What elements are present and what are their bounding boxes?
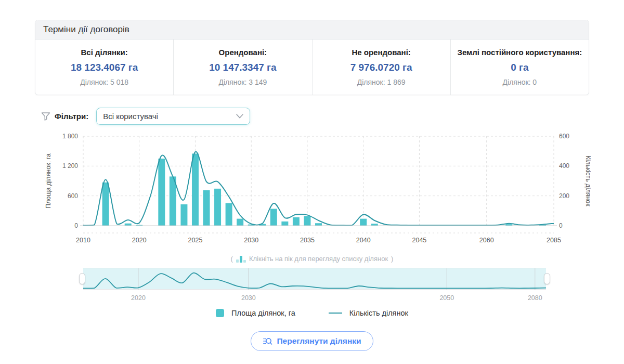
chart-caption: ( Клікніть на пік для перегляду списку д… xyxy=(0,255,624,263)
chevron-down-icon xyxy=(236,114,243,119)
left-axis-title: Площа ділянок, га xyxy=(45,153,52,209)
stat-label: Орендовані: xyxy=(174,48,311,57)
filters-label: Фільтри: xyxy=(55,112,88,121)
svg-text:200: 200 xyxy=(559,192,569,200)
stat-label: Всі ділянки: xyxy=(35,48,173,57)
stat-value: 10 147.3347 га xyxy=(174,62,311,73)
svg-text:2085: 2085 xyxy=(547,237,561,244)
stat-value: 18 123.4067 га xyxy=(35,62,173,73)
filter-funnel-icon xyxy=(41,111,51,122)
navigator-tick-label: 2080 xyxy=(528,294,542,302)
navigator-left-handle[interactable] xyxy=(79,273,85,284)
svg-text:2045: 2045 xyxy=(412,237,427,244)
navigator-tick-label: 2020 xyxy=(131,294,146,302)
svg-text:2035: 2035 xyxy=(300,237,315,244)
count-series-line-swatch[interactable] xyxy=(329,313,342,314)
caption-text: Клікніть на пік для перегляду списку діл… xyxy=(249,255,388,263)
stat-all-parcels: Всі ділянки: 18 123.4067 га Ділянок: 5 0… xyxy=(35,40,174,95)
stat-sub: Ділянок: 5 018 xyxy=(35,78,173,86)
search-list-icon xyxy=(263,336,272,346)
navigator-tick-label: 2050 xyxy=(439,294,454,302)
mini-bar-chart-icon xyxy=(236,255,246,263)
svg-text:600: 600 xyxy=(559,133,569,140)
user-filter-dropdown[interactable]: Всі користувачі xyxy=(96,108,250,125)
svg-text:2040: 2040 xyxy=(356,237,371,244)
filter-row: Фільтри: Всі користувачі xyxy=(41,108,250,125)
card-title: Терміни дії договорів xyxy=(35,20,589,40)
view-parcels-button[interactable]: Переглянути ділянки xyxy=(251,331,373,351)
contracts-summary-card: Терміни дії договорів Всі ділянки: 18 12… xyxy=(35,20,589,95)
navigator-tick-label: 2030 xyxy=(241,294,256,302)
stats-row: Всі ділянки: 18 123.4067 га Ділянок: 5 0… xyxy=(35,40,589,95)
caption-close-paren: ) xyxy=(391,255,393,263)
legend-count-label: Кількість ділянок xyxy=(349,309,408,317)
svg-text:2060: 2060 xyxy=(479,237,494,244)
stat-sub: Ділянок: 3 149 xyxy=(174,78,311,86)
caption-open-paren: ( xyxy=(231,255,233,263)
stat-label: Землі постійного користування: xyxy=(451,48,589,57)
stat-not-leased: Не орендовані: 7 976.0720 га Ділянок: 1 … xyxy=(313,40,451,95)
svg-text:400: 400 xyxy=(559,162,569,170)
contracts-term-chart[interactable]: 006002001 2004001 8006002010202020252030… xyxy=(0,129,624,251)
chart-navigator[interactable] xyxy=(83,268,546,290)
navigator-curve xyxy=(83,268,546,290)
svg-text:1 200: 1 200 xyxy=(62,162,78,170)
chart-legend: Площа ділянок, га Кількість ділянок xyxy=(0,309,624,317)
stat-value: 0 га xyxy=(451,62,589,73)
stat-sub: Ділянок: 0 xyxy=(451,78,589,86)
stat-value: 7 976.0720 га xyxy=(313,62,450,73)
stat-permanent-use: Землі постійного користування: 0 га Діля… xyxy=(451,40,589,95)
svg-text:2025: 2025 xyxy=(188,237,203,244)
user-filter-value: Всі користувачі xyxy=(103,112,158,121)
stat-label: Не орендовані: xyxy=(313,48,450,57)
view-parcels-label: Переглянути ділянки xyxy=(277,336,361,346)
svg-text:2010: 2010 xyxy=(76,237,90,244)
svg-text:1 800: 1 800 xyxy=(62,133,78,140)
svg-text:0: 0 xyxy=(559,222,563,229)
right-axis-title: Кількість ділянок xyxy=(584,155,592,206)
navigator-right-handle[interactable] xyxy=(544,273,550,284)
svg-text:0: 0 xyxy=(74,222,78,229)
svg-text:600: 600 xyxy=(68,192,78,200)
svg-text:2030: 2030 xyxy=(244,237,258,244)
area-series-swatch[interactable] xyxy=(216,309,224,317)
legend-area-label: Площа ділянок, га xyxy=(231,309,295,317)
svg-text:2020: 2020 xyxy=(132,237,147,244)
stat-sub: Ділянок: 1 869 xyxy=(313,78,450,86)
stat-leased: Орендовані: 10 147.3347 га Ділянок: 3 14… xyxy=(174,40,312,95)
